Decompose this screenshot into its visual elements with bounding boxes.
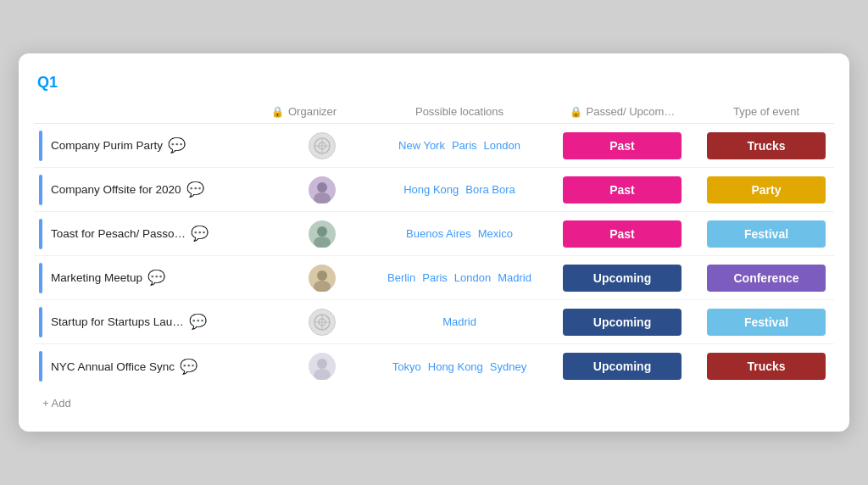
type-cell: Conference: [698, 265, 834, 292]
type-badge[interactable]: Party: [707, 176, 826, 203]
row-name-cell: Company Purim Party 💬: [34, 131, 271, 161]
row-name-cell: Toast for Pesach/ Passo… 💬: [34, 219, 271, 249]
svg-point-8: [317, 270, 327, 281]
location-tag[interactable]: Hong Kong: [403, 183, 459, 196]
location-tag[interactable]: Berlin: [387, 271, 415, 284]
row-indicator: [39, 263, 42, 293]
avatar: [309, 353, 336, 380]
avatar: [309, 265, 336, 292]
comment-icon[interactable]: 💬: [189, 313, 207, 331]
status-cell: Past: [546, 132, 698, 159]
svg-point-4: [317, 182, 327, 192]
add-row-button[interactable]: + Add: [34, 388, 834, 418]
locations-cell: Hong KongBora Bora: [373, 183, 546, 196]
locations-cell: Madrid: [373, 315, 546, 328]
table-row: Company Purim Party 💬 New YorkParisLondo…: [34, 124, 834, 168]
svg-point-6: [317, 226, 327, 237]
locations-cell: TokyoHong KongSydney: [373, 360, 546, 373]
col-name: [34, 105, 271, 118]
col-locations: Possible locations: [373, 105, 546, 118]
row-indicator: [39, 351, 42, 382]
locations-cell: Buenos AiresMexico: [373, 227, 546, 240]
row-indicator: [39, 307, 42, 337]
status-badge[interactable]: Past: [563, 176, 682, 203]
row-indicator: [39, 131, 42, 161]
comment-icon[interactable]: 💬: [180, 358, 198, 376]
location-tag[interactable]: London: [454, 271, 491, 284]
table: 🔒 Organizer Possible locations 🔒 Passed/…: [34, 100, 834, 418]
status-badge[interactable]: Upcoming: [563, 309, 682, 336]
row-name-text: Company Purim Party: [51, 139, 163, 152]
table-row: NYC Annual Office Sync 💬 TokyoHong KongS…: [34, 344, 834, 388]
status-badge[interactable]: Upcoming: [563, 265, 682, 292]
location-tag[interactable]: Tokyo: [392, 360, 421, 373]
location-tag[interactable]: Mexico: [478, 227, 513, 240]
row-name-cell: Company Offsite for 2020 💬: [34, 175, 271, 205]
row-name-text: Startup for Startups Lau…: [51, 315, 184, 328]
status-cell: Upcoming: [546, 353, 698, 380]
type-badge[interactable]: Festival: [707, 309, 826, 336]
avatar: [309, 176, 336, 203]
comment-icon[interactable]: 💬: [186, 181, 204, 198]
organizer-cell: [271, 309, 373, 336]
type-cell: Festival: [698, 309, 834, 336]
status-badge[interactable]: Past: [563, 132, 682, 159]
location-tag[interactable]: London: [484, 139, 520, 152]
row-name-cell: NYC Annual Office Sync 💬: [34, 351, 271, 382]
location-tag[interactable]: Sydney: [490, 360, 526, 373]
row-name-cell: Marketing Meetup 💬: [34, 263, 271, 293]
type-cell: Party: [698, 176, 834, 203]
locations-cell: BerlinParisLondonMadrid: [373, 271, 546, 284]
location-tag[interactable]: Madrid: [442, 315, 476, 328]
svg-point-15: [314, 369, 331, 380]
section-title: Q1: [34, 74, 834, 92]
svg-point-14: [317, 359, 327, 369]
organizer-cell: [271, 132, 373, 159]
comment-icon[interactable]: 💬: [147, 269, 165, 287]
row-indicator: [39, 175, 42, 205]
organizer-cell: [271, 220, 373, 248]
type-badge[interactable]: Festival: [707, 220, 826, 248]
comment-icon[interactable]: 💬: [191, 225, 209, 242]
svg-point-9: [314, 281, 331, 292]
row-name-text: Company Offsite for 2020: [51, 183, 181, 196]
comment-icon[interactable]: 💬: [168, 137, 186, 154]
table-row: Toast for Pesach/ Passo… 💬 Buenos AiresM…: [34, 212, 834, 256]
avatar-placeholder: [309, 132, 336, 159]
table-row: Company Offsite for 2020 💬 Hong KongBora…: [34, 168, 834, 212]
location-tag[interactable]: New York: [398, 139, 445, 152]
status-badge[interactable]: Past: [563, 220, 682, 248]
row-name-cell: Startup for Startups Lau… 💬: [34, 307, 271, 337]
svg-point-7: [314, 237, 331, 248]
type-badge[interactable]: Trucks: [707, 353, 826, 380]
row-name-text: NYC Annual Office Sync: [51, 360, 175, 373]
col-status: 🔒 Passed/ Upcom…: [546, 105, 698, 118]
type-badge[interactable]: Conference: [707, 265, 826, 292]
status-badge[interactable]: Upcoming: [563, 353, 682, 380]
table-header: 🔒 Organizer Possible locations 🔒 Passed/…: [34, 100, 834, 124]
location-tag[interactable]: Paris: [422, 271, 448, 284]
location-tag[interactable]: Bora Bora: [465, 183, 515, 196]
lock-icon-status: 🔒: [570, 106, 582, 118]
avatar: [309, 220, 336, 248]
row-indicator: [39, 219, 42, 249]
location-tag[interactable]: Hong Kong: [428, 360, 483, 373]
avatar-placeholder: [309, 309, 336, 336]
col-type: Type of event: [698, 105, 834, 118]
type-cell: Festival: [698, 220, 834, 248]
type-cell: Trucks: [698, 132, 834, 159]
type-badge[interactable]: Trucks: [707, 132, 826, 159]
status-cell: Upcoming: [546, 265, 698, 292]
table-row: Marketing Meetup 💬 BerlinParisLondonMadr…: [34, 256, 834, 300]
location-tag[interactable]: Madrid: [498, 271, 531, 284]
status-cell: Upcoming: [546, 309, 698, 336]
status-cell: Past: [546, 220, 698, 248]
location-tag[interactable]: Paris: [452, 139, 477, 152]
organizer-cell: [271, 176, 373, 203]
main-card: Q1 🔒 Organizer Possible locations 🔒 Pass…: [19, 53, 849, 432]
svg-point-5: [314, 192, 331, 203]
location-tag[interactable]: Buenos Aires: [406, 227, 471, 240]
status-cell: Past: [546, 176, 698, 203]
organizer-cell: [271, 265, 373, 292]
col-organizer: 🔒 Organizer: [271, 105, 373, 118]
